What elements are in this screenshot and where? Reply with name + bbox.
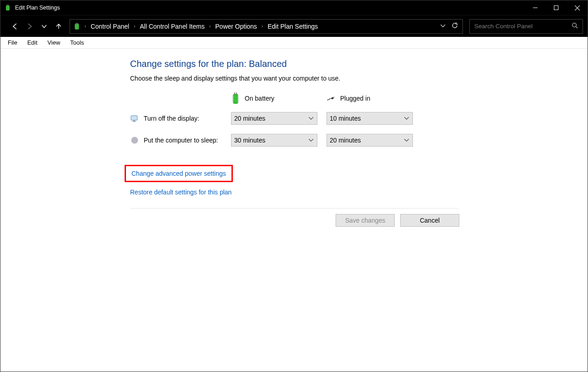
svg-line-16 [333, 96, 334, 97]
row-sleep-text: Put the computer to sleep: [144, 137, 218, 144]
power-options-icon [73, 22, 81, 31]
display-battery-select[interactable]: 20 minutes [231, 112, 317, 125]
menu-tools[interactable]: Tools [65, 38, 88, 47]
row-display-label: Turn off the display: [130, 114, 231, 123]
sleep-plugged-select[interactable]: 20 minutes [327, 134, 413, 147]
chevron-right-icon: › [261, 24, 264, 29]
menu-edit[interactable]: Edit [23, 38, 42, 47]
chevron-right-icon: › [133, 24, 136, 29]
svg-point-21 [131, 137, 138, 144]
close-button[interactable] [567, 0, 588, 15]
svg-point-10 [573, 23, 577, 27]
power-settings-table: On battery Plugged in [130, 89, 422, 151]
svg-rect-9 [77, 23, 78, 24]
back-button[interactable] [9, 20, 21, 33]
row-display-text: Turn off the display: [144, 115, 199, 122]
svg-rect-1 [7, 5, 7, 6]
menu-view[interactable]: View [43, 38, 65, 47]
menubar: File Edit View Tools [0, 37, 588, 49]
svg-rect-14 [234, 92, 235, 94]
refresh-icon[interactable] [452, 22, 458, 30]
page-heading: Change settings for the plan: Balanced [130, 59, 467, 69]
search-icon[interactable] [572, 22, 578, 30]
restore-defaults-link[interactable]: Restore default settings for this plan [130, 189, 231, 196]
breadcrumb-bar[interactable]: › Control Panel › All Control Panel Item… [70, 19, 463, 34]
plug-icon [327, 94, 336, 103]
sleep-battery-select[interactable]: 30 minutes [231, 134, 317, 147]
chevron-right-icon: › [208, 24, 211, 29]
svg-line-11 [576, 27, 578, 29]
svg-rect-20 [132, 121, 136, 122]
svg-rect-12 [233, 94, 238, 104]
svg-rect-2 [8, 5, 9, 6]
breadcrumb-item[interactable]: Control Panel [89, 23, 131, 30]
display-icon [130, 114, 139, 123]
breadcrumb-item[interactable]: All Control Panel Items [138, 23, 206, 30]
up-button[interactable] [52, 20, 65, 33]
power-options-icon [4, 4, 11, 11]
search-input[interactable] [474, 23, 572, 30]
column-header-plugged: Plugged in [327, 94, 422, 103]
svg-rect-18 [131, 116, 137, 120]
advanced-power-settings-link[interactable]: Change advanced power settings [125, 165, 233, 182]
cancel-button[interactable]: Cancel [400, 214, 459, 227]
titlebar: Edit Plan Settings [0, 0, 588, 15]
row-sleep-label: Put the computer to sleep: [130, 136, 231, 145]
window-controls [525, 0, 588, 15]
svg-rect-4 [554, 6, 558, 10]
minimize-button[interactable] [525, 0, 546, 15]
moon-icon [130, 136, 139, 145]
search-box[interactable] [469, 19, 583, 34]
menu-file[interactable]: File [3, 38, 22, 47]
links-section: Change advanced power settings Restore d… [130, 165, 467, 196]
save-changes-button[interactable]: Save changes [336, 214, 395, 227]
breadcrumb-item[interactable]: Edit Plan Settings [266, 23, 320, 30]
content-area: Change settings for the plan: Balanced C… [0, 49, 588, 196]
column-header-battery-label: On battery [245, 95, 274, 102]
svg-line-17 [334, 97, 335, 98]
svg-rect-15 [236, 92, 237, 94]
svg-rect-0 [6, 5, 10, 10]
footer-buttons: Save changes Cancel [130, 208, 459, 227]
svg-rect-7 [75, 24, 79, 30]
breadcrumb-item[interactable]: Power Options [213, 23, 259, 30]
maximize-button[interactable] [546, 0, 567, 15]
forward-button[interactable] [23, 20, 36, 33]
display-plugged-select[interactable]: 10 minutes [327, 112, 413, 125]
recent-dropdown[interactable] [38, 20, 50, 33]
window-title: Edit Plan Settings [15, 5, 60, 11]
chevron-right-icon: › [84, 24, 87, 29]
page-subtitle: Choose the sleep and display settings th… [130, 75, 467, 82]
svg-rect-19 [133, 120, 135, 121]
chevron-down-icon[interactable] [441, 23, 445, 30]
column-header-battery: On battery [231, 94, 327, 103]
navbar: › Control Panel › All Control Panel Item… [0, 15, 588, 37]
column-header-plugged-label: Plugged in [340, 95, 370, 102]
svg-rect-8 [76, 23, 77, 24]
battery-icon [231, 94, 240, 103]
